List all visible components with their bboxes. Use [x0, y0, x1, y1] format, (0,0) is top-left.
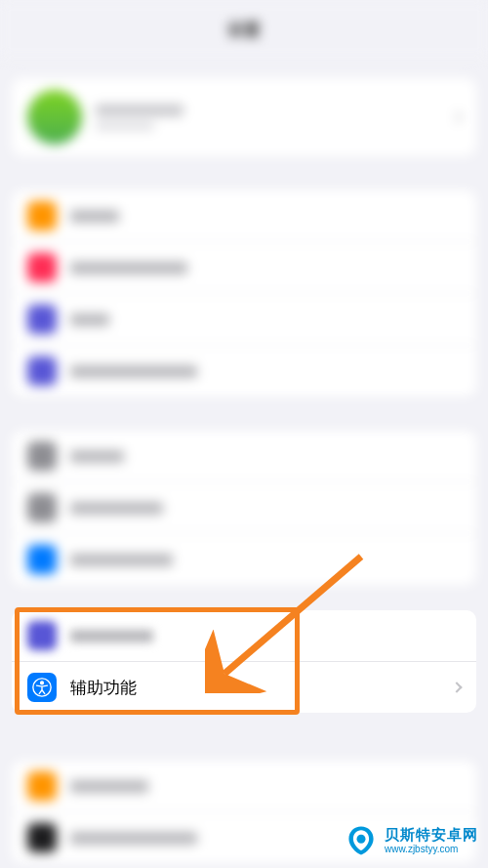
list-item[interactable] [12, 761, 476, 811]
svg-point-3 [357, 835, 366, 844]
watermark-url: www.zjbstyy.com [385, 844, 478, 854]
accessibility-row[interactable]: 辅助功能 [12, 661, 476, 713]
settings-group-1 [12, 190, 476, 396]
list-item[interactable] [12, 293, 476, 345]
blurred-background: 设置 [0, 0, 488, 868]
list-item-blurred[interactable] [12, 610, 476, 661]
header: 设置 [0, 0, 488, 59]
watermark-logo-icon [344, 823, 379, 858]
profile-row[interactable] [12, 78, 476, 156]
watermark: 贝斯特安卓网 www.zjbstyy.com [344, 823, 478, 858]
list-item[interactable] [12, 190, 476, 241]
chevron-right-icon [451, 682, 462, 692]
chevron-right-icon [451, 111, 462, 122]
list-item[interactable] [12, 481, 476, 533]
list-item[interactable] [12, 345, 476, 396]
avatar [27, 90, 82, 145]
page-title: 设置 [227, 19, 261, 41]
watermark-name: 贝斯特安卓网 [385, 827, 478, 844]
list-item[interactable] [12, 533, 476, 585]
profile-text [96, 104, 439, 130]
svg-point-1 [41, 682, 44, 684]
list-item[interactable] [12, 431, 476, 481]
settings-group-2 [12, 431, 476, 585]
label-placeholder [70, 630, 153, 642]
settings-group-accessibility: 辅助功能 [12, 610, 476, 713]
list-item[interactable] [12, 241, 476, 293]
accessibility-label: 辅助功能 [70, 677, 137, 699]
icon-placeholder [27, 621, 57, 650]
accessibility-icon [27, 673, 57, 702]
